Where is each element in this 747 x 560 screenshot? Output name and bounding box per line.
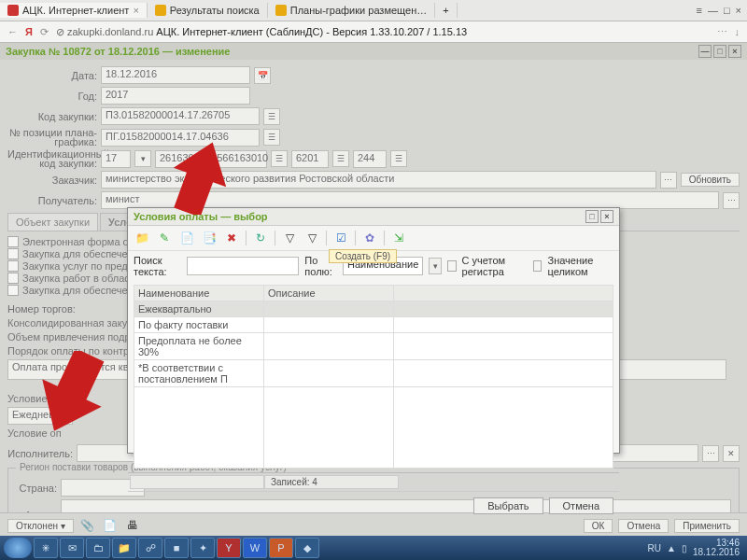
url-text[interactable]: ⊘ zakupki.donland.ru АЦК. Интернет-клиен… (56, 26, 710, 38)
window-close-icon[interactable]: × (736, 5, 741, 16)
task-word-icon[interactable]: W (243, 538, 267, 558)
close-icon[interactable]: × (133, 5, 138, 16)
date-label: Дата: (7, 70, 97, 81)
table-row[interactable]: По факту поставки (134, 317, 613, 333)
whole-checkbox[interactable] (533, 260, 542, 272)
date-input[interactable]: 18.12.2016 (101, 66, 250, 84)
checkbox[interactable] (7, 248, 19, 259)
results-grid[interactable]: НаименованиеОписание Ежеквартально По фа… (134, 285, 613, 469)
create-icon[interactable]: 📄 (178, 230, 195, 246)
refresh-button[interactable]: Обновить (681, 173, 740, 187)
table-row[interactable]: Предоплата не более 30% (134, 333, 613, 360)
tray-flag-icon[interactable]: ▲ (667, 543, 676, 553)
checkbox[interactable] (7, 285, 19, 296)
yandex-icon[interactable]: Я (25, 26, 33, 37)
ok-button[interactable]: ОК (584, 519, 613, 533)
new-folder-icon[interactable]: 📁 (134, 230, 150, 246)
tab-2[interactable]: Планы-графики размещен… (268, 3, 436, 18)
task-icon[interactable]: ✉ (60, 538, 84, 558)
task-icon[interactable]: ✦ (190, 538, 215, 558)
form-title-bar: Закупка № 10872 от 18.12.2016 — изменени… (0, 43, 747, 60)
menu-icon[interactable]: ⋯ (717, 26, 727, 38)
checkbox[interactable] (7, 273, 19, 284)
lookup-icon[interactable]: ☰ (332, 150, 349, 167)
detach-icon[interactable]: □ (585, 210, 599, 223)
col-name[interactable]: Наименование (134, 286, 264, 301)
task-icon[interactable]: ■ (164, 538, 189, 558)
reload-icon[interactable]: ⟳ (40, 26, 49, 38)
calendar-icon[interactable]: 📅 (254, 67, 271, 84)
arrow-annotation-icon (39, 351, 105, 435)
lang-indicator[interactable]: RU (648, 543, 661, 553)
system-tray[interactable]: RU ▲ ▯ 13:4618.12.2016 (648, 539, 743, 557)
lookup-icon[interactable]: ☰ (390, 150, 407, 167)
clear-icon[interactable]: ✕ (723, 445, 740, 462)
back-icon[interactable]: ← (7, 26, 18, 37)
task-icon[interactable]: 📁 (112, 538, 136, 558)
download-icon[interactable]: ↓ (735, 26, 740, 37)
clock[interactable]: 13:4618.12.2016 (693, 539, 740, 557)
task-icon[interactable]: ◆ (295, 538, 319, 558)
export-icon[interactable]: ⇲ (390, 230, 407, 246)
favicon-search-icon (155, 5, 166, 16)
conditions-dialog: Условия оплаты — выбор□× 📁 ✎ 📄 📑 ✖ ↻ ▽ ▽… (127, 207, 620, 454)
checkbox[interactable] (7, 260, 19, 272)
dialog-toolbar: 📁 ✎ 📄 📑 ✖ ↻ ▽ ▽ ☑ ✿ ⇲ (128, 226, 619, 251)
attach-icon[interactable]: 📎 (79, 517, 96, 534)
task-icon[interactable]: ☍ (138, 538, 162, 558)
lookup-icon[interactable]: ☰ (263, 129, 280, 146)
apply-button[interactable]: Применить (674, 519, 740, 533)
delete-icon[interactable]: ✖ (223, 230, 240, 246)
col-desc[interactable]: Описание (264, 286, 394, 301)
tab-object[interactable]: Объект закупки (7, 213, 98, 231)
table-row[interactable]: Ежеквартально (134, 301, 613, 317)
pos-label: № позиции плана-графика: (7, 128, 97, 147)
tab-1[interactable]: Результаты поиска (148, 3, 268, 18)
max-icon[interactable]: □ (713, 45, 726, 58)
window-minimize-icon[interactable]: — (708, 5, 718, 16)
table-row[interactable]: *В соответствии с постановлением П (134, 360, 613, 387)
refresh-icon[interactable]: ↻ (252, 230, 269, 246)
edit-icon[interactable]: ✎ (156, 230, 173, 246)
task-icon[interactable]: 🗀 (86, 538, 110, 558)
lookup-icon[interactable]: ⋯ (723, 192, 740, 209)
case-checkbox[interactable] (447, 260, 456, 272)
new-tab-button[interactable]: + (435, 3, 457, 18)
select-all-icon[interactable]: ☑ (332, 230, 349, 246)
id-part-a[interactable]: 17 (101, 150, 131, 168)
gear-icon[interactable]: ✿ (361, 230, 378, 246)
id-part-c[interactable]: 6201 (291, 150, 329, 168)
task-ppt-icon[interactable]: P (269, 538, 293, 558)
code-input[interactable]: П3.01582000014.17.26705 (101, 107, 260, 125)
close-icon[interactable]: × (728, 45, 741, 58)
checkbox[interactable] (7, 236, 19, 247)
task-icon[interactable]: Y (217, 538, 241, 558)
cancel-button[interactable]: Отмена (618, 519, 669, 533)
dd-icon[interactable]: ▾ (429, 258, 442, 274)
copy-icon[interactable]: 📑 (201, 230, 218, 246)
doc-icon[interactable]: 📄 (102, 517, 119, 534)
lookup-icon[interactable]: ☰ (263, 108, 280, 125)
dd-icon[interactable]: ▾ (134, 150, 151, 167)
task-icon[interactable]: ⛯ (34, 538, 58, 558)
reject-button[interactable]: Отклонен ▾ (7, 519, 74, 533)
year-input[interactable]: 2017 (101, 87, 250, 105)
lookup-icon[interactable]: ⋯ (702, 445, 719, 462)
tab-0[interactable]: АЦК. Интернет-клиент × (0, 3, 148, 18)
cancel-button[interactable]: Отмена (549, 497, 613, 514)
filter-clear-icon[interactable]: ▽ (303, 230, 320, 246)
tray-net-icon[interactable]: ▯ (682, 543, 687, 553)
address-bar: ← Я ⟳ ⊘ zakupki.donland.ru АЦК. Интернет… (0, 21, 747, 43)
start-button[interactable] (4, 538, 32, 558)
window-maximize-icon[interactable]: □ (724, 5, 730, 16)
lookup-icon[interactable]: ⋯ (660, 172, 677, 189)
select-button[interactable]: Выбрать (473, 497, 543, 514)
tab-label: АЦК. Интернет-клиент (22, 5, 129, 16)
lookup-icon[interactable]: ☰ (271, 150, 288, 167)
min-icon[interactable]: — (698, 45, 712, 58)
filter-icon[interactable]: ▽ (281, 230, 298, 246)
id-part-d[interactable]: 244 (353, 150, 387, 168)
search-input[interactable] (187, 257, 299, 275)
close-icon[interactable]: × (600, 210, 613, 223)
window-minimize-icon[interactable]: ≡ (696, 5, 701, 16)
